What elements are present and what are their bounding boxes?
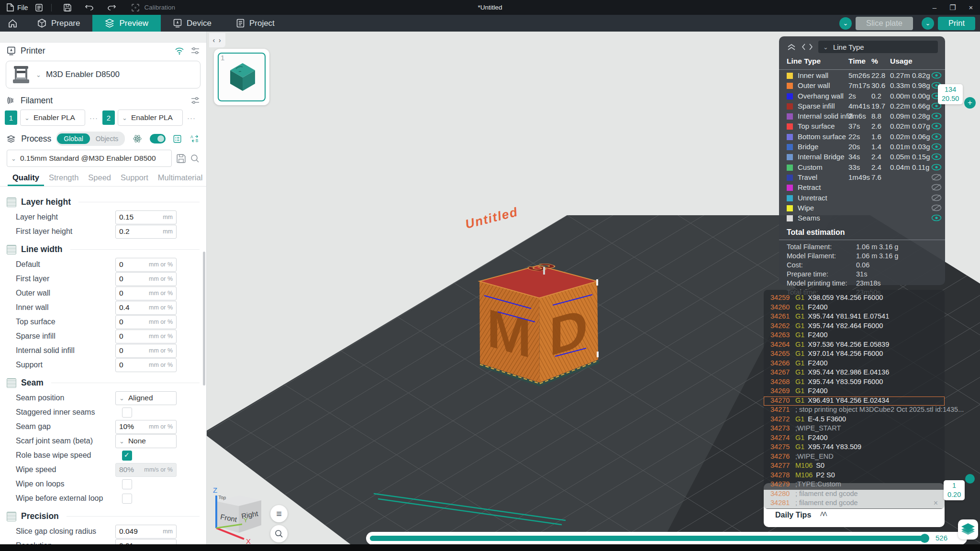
setting-checkbox[interactable] [122, 408, 132, 418]
setting-checkbox[interactable] [122, 494, 132, 504]
settings-tab-strength[interactable]: Strength [44, 173, 83, 186]
setting-input[interactable]: 0mm or % [115, 287, 177, 300]
model-cube[interactable]: 3 M D [479, 261, 599, 385]
gcode-line-number: 34268 [770, 378, 795, 386]
file-icon[interactable] [3, 0, 17, 15]
eye-icon[interactable] [931, 122, 942, 130]
notes-icon[interactable] [32, 0, 46, 15]
file-menu[interactable]: File [17, 4, 28, 11]
mode-toggle[interactable] [150, 134, 166, 143]
setting-input[interactable]: 0.15mm [115, 210, 177, 224]
setting-input[interactable]: 0mm or % [115, 258, 177, 272]
filament-2-options-icon[interactable]: ··· [186, 114, 197, 122]
gcode-viewer[interactable]: 34259G1X98.059 Y84.256 F600034260G1F2400… [764, 290, 945, 509]
gcode-line: 34281; filament end gcode× [764, 499, 945, 508]
tab-device[interactable]: Device [161, 15, 224, 32]
setting-input[interactable]: 0mm or % [115, 358, 177, 372]
wifi-icon[interactable] [175, 47, 184, 55]
filament-2-select[interactable]: ⌄ Enabler PLA [118, 110, 183, 126]
print-button[interactable]: Print [938, 17, 975, 30]
setting-input[interactable]: 0.2mm [115, 225, 177, 239]
eye-icon[interactable] [931, 214, 942, 222]
filament-settings-icon[interactable] [191, 97, 200, 104]
plate-thumbnail[interactable]: 1 [214, 49, 269, 105]
printer-settings-icon[interactable] [191, 47, 200, 55]
settings-tab-support[interactable]: Support [116, 173, 153, 186]
tab-prepare[interactable]: Prepare [25, 15, 92, 32]
maximize-button[interactable]: ❐ [944, 0, 962, 15]
close-icon[interactable]: × [934, 499, 938, 507]
sidebar-collapse-button[interactable]: ‹ › [209, 33, 225, 47]
home-button[interactable] [0, 15, 25, 32]
undo-icon[interactable] [82, 0, 97, 15]
compare-presets-icon[interactable]: AB [190, 134, 200, 143]
setting-input[interactable]: 0mm or % [115, 344, 177, 358]
setting-input[interactable]: 0mm or % [115, 330, 177, 343]
view-menu-button[interactable]: ≡ [270, 505, 288, 522]
setting-checkbox[interactable] [122, 479, 132, 489]
tab-preview[interactable]: Preview [92, 15, 160, 32]
settings-scrollbar[interactable] [203, 252, 205, 386]
setting-select[interactable]: ⌄Aligned [115, 391, 177, 405]
filament-1-select[interactable]: ⌄ Enabler PLA [20, 110, 85, 126]
setting-label: Top surface [16, 318, 115, 326]
save-icon[interactable] [60, 0, 75, 15]
setting-select[interactable]: ⌄None [115, 434, 177, 448]
redo-icon[interactable] [104, 0, 119, 15]
process-preset-select[interactable]: ⌄ 0.15mm Standard @M3D Enabler D8500 [7, 150, 172, 167]
gcode-comment: ;WIPE_END [795, 452, 834, 460]
settings-tab-speed[interactable]: Speed [83, 173, 116, 186]
slice-dropdown-button[interactable]: ⌄ [839, 17, 852, 30]
line-type-cell: 0.02m [890, 132, 910, 141]
eye-icon[interactable] [931, 112, 942, 120]
save-preset-icon[interactable] [177, 154, 186, 163]
gcode-view-icon[interactable] [802, 43, 813, 51]
eye-off-icon[interactable] [931, 194, 942, 202]
setting-input[interactable]: 10%mm or % [115, 420, 177, 434]
calibration-label[interactable]: Calibration [145, 4, 176, 11]
setting-input[interactable]: 80%mm/s or % [115, 463, 177, 477]
eye-icon[interactable] [931, 133, 942, 141]
eye-icon[interactable] [931, 164, 942, 171]
setting-unit: mm or % [149, 276, 173, 282]
layers-view-button[interactable] [958, 519, 978, 540]
calibration-icon[interactable] [128, 0, 143, 15]
gcode-command: G1 [795, 387, 804, 395]
step-slider[interactable]: 526 [366, 532, 967, 545]
print-dropdown-button[interactable]: ⌄ [922, 17, 934, 30]
eye-off-icon[interactable] [931, 184, 942, 191]
slice-plate-button[interactable]: Slice plate [856, 17, 913, 30]
settings-tab-quality[interactable]: Quality [8, 173, 44, 186]
process-scope-toggle[interactable]: Global Objects [56, 132, 125, 146]
settings-tab-multimaterial[interactable]: Multimaterial [153, 173, 207, 186]
minimize-button[interactable]: – [925, 0, 944, 15]
scope-objects[interactable]: Objects [90, 135, 124, 143]
step-slider-fill [370, 536, 925, 541]
setting-input[interactable]: 0mm or % [115, 272, 177, 286]
scope-global[interactable]: Global [57, 133, 89, 144]
eye-icon[interactable] [931, 153, 942, 161]
layer-slider-top-handle[interactable]: + [964, 97, 976, 109]
setting-input[interactable]: 0.049mm [115, 525, 177, 539]
eye-icon[interactable] [931, 143, 942, 151]
search-preset-icon[interactable] [190, 154, 200, 163]
filament-1-options-icon[interactable]: ··· [88, 114, 100, 122]
line-type-cell: 0.11g [912, 163, 929, 171]
parameter-list-icon[interactable] [173, 134, 181, 143]
eye-off-icon[interactable] [931, 174, 942, 181]
eye-off-icon[interactable] [931, 204, 942, 212]
step-slider-handle[interactable] [920, 534, 929, 543]
collapse-panel-icon[interactable] [787, 43, 796, 51]
view-type-select[interactable]: ⌄ Line Type [818, 41, 938, 53]
eye-icon[interactable] [931, 72, 942, 79]
layer-slider-bottom-handle[interactable] [965, 474, 975, 484]
tab-project[interactable]: Project [224, 15, 287, 32]
zoom-search-button[interactable] [270, 525, 288, 542]
setting-input[interactable]: 0.4mm or % [115, 301, 177, 315]
daily-tips-expand-icon[interactable]: ꓥꓥ [820, 511, 826, 518]
setting-checkbox[interactable] [122, 451, 132, 461]
advanced-mode-icon[interactable] [133, 134, 142, 143]
close-button[interactable]: × [962, 0, 980, 15]
setting-input[interactable]: 0mm or % [115, 315, 177, 329]
printer-select[interactable]: ⌄ M3D Enabler D8500 [6, 61, 200, 88]
